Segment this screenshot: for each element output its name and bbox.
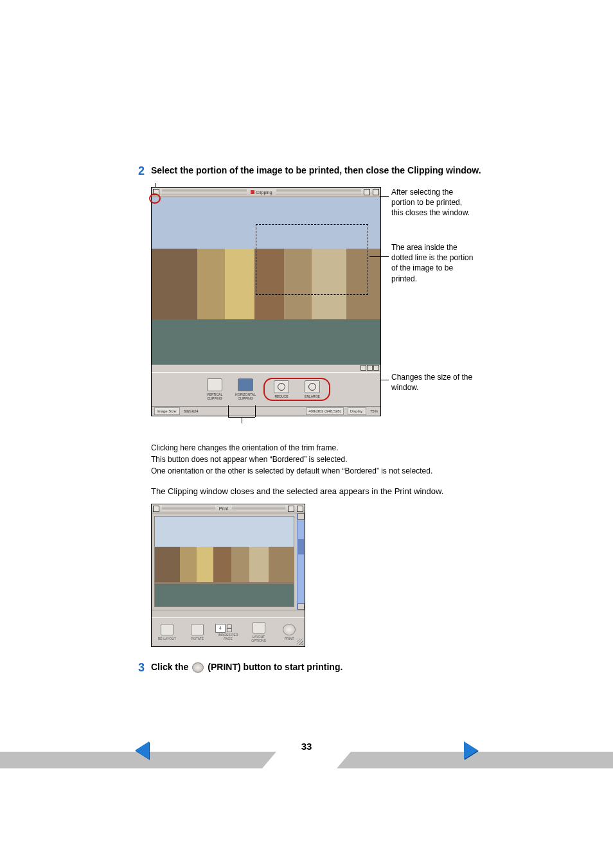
window-collapse-box[interactable] xyxy=(297,506,303,512)
window-zoom-box[interactable] xyxy=(288,506,294,512)
page-number: 33 xyxy=(0,741,613,752)
clipping-status-bar: Image Size: 832x624 408x302 (648,528) Di… xyxy=(152,406,380,416)
callout-selection-area: The area inside the dotted line is the p… xyxy=(391,242,475,284)
print-preview-area xyxy=(154,516,294,607)
caption-line-3: One orientation or the other is selected… xyxy=(151,465,485,477)
vertical-clipping-label: VERTICAL CLIPPING xyxy=(202,393,227,400)
vertical-scrollbar[interactable] xyxy=(297,513,305,610)
titlebar-stripes xyxy=(276,189,361,195)
zoom-out-icon xyxy=(274,380,289,393)
window-zoom-box[interactable] xyxy=(364,189,370,195)
after-clipping-text: The Clipping window closes and the selec… xyxy=(151,486,485,497)
clipping-window: Clipping VERTICAL CLIPPING xyxy=(151,187,381,416)
layout-options-label: LAYOUT OPTIONS xyxy=(246,635,272,642)
relayout-button[interactable]: RE-LAYOUT xyxy=(154,624,180,641)
reduce-button[interactable]: REDUCE xyxy=(269,380,294,398)
callout-lead xyxy=(369,256,389,257)
status-image-size-label: Image Size: xyxy=(154,407,180,415)
print-window: Print RE-LAYOUT xyxy=(151,504,305,647)
print-titlebar: Print xyxy=(152,504,305,513)
horizontal-clipping-icon xyxy=(238,378,253,391)
scroll-down-icon[interactable] xyxy=(298,603,305,610)
print-icon xyxy=(283,624,296,635)
clipping-window-title: Clipping xyxy=(248,190,274,195)
clipping-caption: Clicking here changes the orientation of… xyxy=(151,442,485,477)
enlarge-label: ENLARGE xyxy=(299,394,325,398)
status-display-label: Display: xyxy=(348,407,366,415)
rotate-icon xyxy=(191,624,204,635)
step2-title: Select the portion of the image to be pr… xyxy=(151,164,481,177)
horizontal-scrollbar[interactable] xyxy=(152,364,380,372)
status-crop-value: 408x302 (648,528) xyxy=(306,407,343,415)
titlebar-stripes xyxy=(232,506,285,512)
print-icon xyxy=(192,662,204,673)
window-collapse-box[interactable] xyxy=(373,189,379,195)
enlarge-button[interactable]: ENLARGE xyxy=(299,380,325,398)
stepper-down-icon[interactable] xyxy=(227,628,232,632)
rotate-label: ROTATE xyxy=(184,637,210,641)
step3-title: Click the (PRINT) button to start printi… xyxy=(151,661,342,674)
next-page-button[interactable] xyxy=(464,741,478,759)
caption-line-2: This button does not appear when “Border… xyxy=(151,454,485,465)
window-close-box[interactable] xyxy=(153,506,159,512)
print-toolbar: RE-LAYOUT ROTATE 4 IMAGES PER PAGE xyxy=(152,617,305,646)
step3-prefix: Click the xyxy=(151,661,188,674)
reduce-label: REDUCE xyxy=(269,394,294,398)
horizontal-clipping-label: HORIZONTAL CLIPPING xyxy=(233,393,258,400)
callout-lead xyxy=(380,380,389,380)
clipping-toolbar: VERTICAL CLIPPING HORIZONTAL CLIPPING RE… xyxy=(152,372,380,406)
images-per-page-value[interactable]: 4 xyxy=(215,624,226,633)
step3-suffix: (PRINT) button to start printing. xyxy=(208,661,342,674)
callout-close: After selecting the portion to be printe… xyxy=(391,187,475,218)
images-per-page-control[interactable]: 4 IMAGES PER PAGE xyxy=(215,624,241,641)
page-footer: 33 xyxy=(0,740,613,768)
vertical-clipping-button[interactable]: VERTICAL CLIPPING xyxy=(202,378,227,400)
step2-number: 2 xyxy=(125,164,151,178)
scroll-up-icon[interactable] xyxy=(298,513,305,520)
prev-page-button[interactable] xyxy=(135,741,149,759)
images-per-page-label: IMAGES PER PAGE xyxy=(215,633,241,641)
layout-options-icon xyxy=(253,622,265,633)
horizontal-clipping-button[interactable]: HORIZONTAL CLIPPING xyxy=(233,378,258,400)
relayout-label: RE-LAYOUT xyxy=(154,637,180,641)
callout-lead xyxy=(255,405,256,417)
close-box-highlight-icon xyxy=(149,193,161,204)
callout-lead xyxy=(242,417,242,423)
selection-rectangle[interactable] xyxy=(256,224,368,295)
status-image-size-value: 832x624 xyxy=(184,409,199,413)
titlebar-stripes xyxy=(162,189,247,195)
status-display-value: 75% xyxy=(370,409,378,413)
callout-resize: Changes the size of the window. xyxy=(391,372,475,393)
zoom-in-icon xyxy=(305,380,320,393)
clipping-titlebar: Clipping xyxy=(152,188,380,197)
scroll-thumb[interactable] xyxy=(298,539,304,554)
vertical-clipping-icon xyxy=(207,378,222,391)
step3-number: 3 xyxy=(125,661,151,675)
callout-lead xyxy=(228,405,229,417)
horizontal-scrollbar[interactable] xyxy=(152,610,305,617)
zoom-group-highlight: REDUCE ENLARGE xyxy=(263,378,330,401)
clipping-image-area[interactable] xyxy=(152,197,380,364)
caption-line-1: Clicking here changes the orientation of… xyxy=(151,442,485,454)
relayout-icon xyxy=(161,624,173,635)
titlebar-stripes xyxy=(162,506,215,512)
rotate-button[interactable]: ROTATE xyxy=(184,624,210,641)
layout-options-button[interactable]: LAYOUT OPTIONS xyxy=(246,622,272,642)
callout-lead xyxy=(380,196,389,197)
print-window-title: Print xyxy=(217,506,231,511)
resize-handle-icon[interactable] xyxy=(297,639,303,645)
